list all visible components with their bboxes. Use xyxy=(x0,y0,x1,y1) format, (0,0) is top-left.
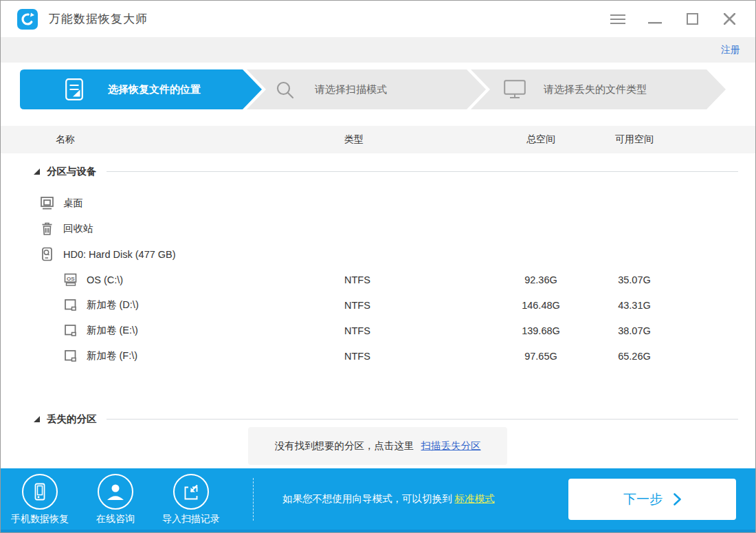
footer-divider xyxy=(253,478,254,521)
monitor-icon xyxy=(504,80,526,99)
import-scan-record-button[interactable]: 导入扫描记录 xyxy=(153,474,229,525)
total-space: 146.48G xyxy=(496,300,586,311)
register-link[interactable]: 注册 xyxy=(721,44,740,56)
tree-item-label: OS (C:\) xyxy=(87,274,123,285)
total-space: 92.36G xyxy=(496,274,586,285)
step-label: 选择恢复文件的位置 xyxy=(108,83,201,96)
close-icon[interactable] xyxy=(717,9,742,30)
total-space: 139.68G xyxy=(496,325,586,336)
step-label: 请选择丢失的文件类型 xyxy=(544,83,647,96)
free-space: 38.07G xyxy=(586,325,682,336)
action-label: 在线咨询 xyxy=(96,513,135,525)
minimize-icon[interactable] xyxy=(643,9,667,30)
fs-type: NTFS xyxy=(344,325,496,336)
step-file-type[interactable]: 请选择丢失的文件类型 xyxy=(471,69,726,109)
tree-item-label: HD0: Hard Disk (477 GB) xyxy=(63,249,176,260)
tree-item-label: 新加卷 (E:\) xyxy=(87,324,138,337)
app-title: 万能数据恢复大师 xyxy=(49,11,148,27)
step-label: 请选择扫描模式 xyxy=(315,83,387,96)
section-lost-partitions: 丢失的分区 xyxy=(1,411,755,427)
tree-row-volume-e[interactable]: 新加卷 (E:\) NTFS 139.68G 38.07G xyxy=(1,318,755,343)
mode-hint-text: 如果您不想使用向导模式，可以切换到 xyxy=(282,493,452,504)
tree-row-hard-disk[interactable]: HD0: Hard Disk (477 GB) xyxy=(1,241,755,267)
footer-bar: 手机数据恢复 在线咨询 导入扫描记录 xyxy=(1,468,755,532)
section-devices: 分区与设备 xyxy=(1,160,755,182)
os-drive-icon: OS xyxy=(63,272,78,287)
volume-icon xyxy=(63,349,78,363)
fs-type: NTFS xyxy=(344,274,496,285)
section-title: 丢失的分区 xyxy=(47,413,97,426)
svg-text:OS: OS xyxy=(67,276,75,282)
tree-row-volume-d[interactable]: 新加卷 (D:\) NTFS 146.48G 43.31G xyxy=(1,292,755,318)
column-header-free: 可用空间 xyxy=(586,133,682,146)
person-icon xyxy=(98,474,133,510)
section-title: 分区与设备 xyxy=(47,165,97,178)
collapse-triangle-icon[interactable] xyxy=(34,416,40,422)
hard-disk-icon xyxy=(39,247,54,261)
scan-lost-partition-link[interactable]: 扫描丢失分区 xyxy=(421,439,481,453)
free-space: 65.26G xyxy=(586,351,682,362)
lost-message-text: 没有找到想要的分区，点击这里 xyxy=(275,439,414,453)
total-space: 97.65G xyxy=(496,351,586,362)
menu-icon[interactable] xyxy=(605,9,630,30)
next-step-button[interactable]: 下一步 xyxy=(568,479,736,520)
fs-type: NTFS xyxy=(344,351,496,362)
tree-item-label: 回收站 xyxy=(63,222,93,235)
collapse-triangle-icon[interactable] xyxy=(34,168,40,175)
maximize-icon[interactable] xyxy=(680,9,704,30)
tree-item-label: 新加卷 (F:\) xyxy=(87,349,137,362)
phone-icon xyxy=(22,474,58,510)
tree-row-recycle-bin[interactable]: 回收站 xyxy=(1,216,755,241)
title-bar: 万能数据恢复大师 xyxy=(1,1,755,37)
volume-icon xyxy=(63,323,78,338)
mode-hint: 如果您不想使用向导模式，可以切换到 标准模式 xyxy=(282,492,495,505)
app-logo-icon xyxy=(17,9,38,30)
section-divider xyxy=(107,419,739,420)
action-label: 导入扫描记录 xyxy=(162,513,220,525)
table-header: 名称 类型 总空间 可用空间 xyxy=(1,126,755,153)
chevron-right-icon xyxy=(674,493,681,505)
column-header-type: 类型 xyxy=(344,133,496,146)
tree-item-label: 桌面 xyxy=(63,197,83,210)
phone-recovery-button[interactable]: 手机数据恢复 xyxy=(2,474,78,525)
lost-partition-message: 没有找到想要的分区，点击这里 扫描丢失分区 xyxy=(248,427,507,465)
register-strip: 注册 xyxy=(1,37,755,63)
tree-item-label: 新加卷 (D:\) xyxy=(87,298,139,312)
recycle-bin-icon xyxy=(39,221,54,236)
tree-row-desktop[interactable]: 桌面 xyxy=(1,191,755,216)
fs-type: NTFS xyxy=(344,300,496,311)
tree-row-volume-f[interactable]: 新加卷 (F:\) NTFS 97.65G 65.26G xyxy=(1,343,755,369)
search-icon xyxy=(276,80,294,99)
desktop-icon xyxy=(39,196,54,210)
standard-mode-link[interactable]: 标准模式 xyxy=(455,493,495,504)
tree-row-os-c[interactable]: OS OS (C:\) NTFS 92.36G 35.07G xyxy=(1,267,755,292)
window-controls xyxy=(605,9,755,30)
wizard-steps: 选择恢复文件的位置 请选择扫描模式 请选择丢失的文件类型 xyxy=(1,69,755,116)
step-select-location[interactable]: 选择恢复文件的位置 xyxy=(20,69,262,109)
app-window: 万能数据恢复大师 注册 xyxy=(0,0,756,533)
next-button-label: 下一步 xyxy=(623,490,663,508)
device-tree: 桌面 回收站 xyxy=(1,191,755,369)
step-scan-mode[interactable]: 请选择扫描模式 xyxy=(247,69,486,109)
column-header-total: 总空间 xyxy=(496,133,586,146)
free-space: 35.07G xyxy=(586,274,682,285)
document-icon xyxy=(65,78,83,100)
free-space: 43.31G xyxy=(586,300,682,311)
online-consult-button[interactable]: 在线咨询 xyxy=(78,474,153,525)
section-divider xyxy=(107,171,739,172)
volume-icon xyxy=(63,298,78,312)
action-label: 手机数据恢复 xyxy=(11,513,69,525)
import-icon xyxy=(173,474,209,510)
column-header-name: 名称 xyxy=(1,133,344,146)
